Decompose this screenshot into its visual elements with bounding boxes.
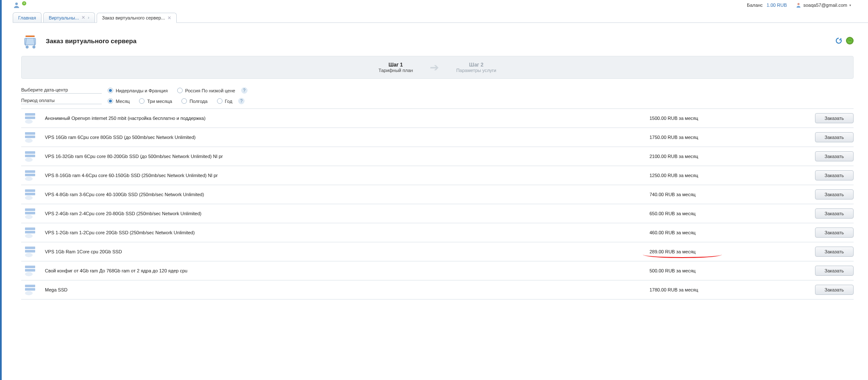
svg-rect-13 xyxy=(25,136,35,138)
datacenter-label: Выберите дата-центр xyxy=(21,87,102,94)
server-icon xyxy=(24,284,36,296)
svg-point-20 xyxy=(25,177,33,181)
period-option-0[interactable]: Месяц xyxy=(108,98,130,104)
plan-price: 1780.00 RUB за месяц xyxy=(650,287,747,292)
step-2: Шаг 2 Параметры услуги xyxy=(456,62,496,73)
svg-point-6 xyxy=(26,46,28,48)
period-label: Период оплаты xyxy=(21,98,102,104)
plan-price: 740.00 RUB за месяц xyxy=(650,192,747,197)
period-option-2[interactable]: Полгода xyxy=(181,98,207,104)
radio-dot-icon xyxy=(177,88,183,93)
step-1-title: Шаг 1 xyxy=(378,62,413,68)
radio-dot-icon xyxy=(139,98,145,104)
datacenter-option-0[interactable]: Нидерланды и Франция xyxy=(108,88,168,93)
period-radio-group: МесяцТри месяцаПолгодаГод xyxy=(108,98,232,104)
svg-point-1 xyxy=(797,3,799,5)
plan-row: VPS 16-32Gb ram 6Cpu core 80-200Gb SSD (… xyxy=(21,147,854,166)
plan-name: VPS 2-4Gb ram 2-4Cpu core 20-80Gb SSD (2… xyxy=(45,211,650,216)
plan-price: 460.00 RUB за месяц xyxy=(650,230,747,235)
balance-value[interactable]: 1.00 RUB xyxy=(767,3,787,8)
svg-point-35 xyxy=(25,272,33,276)
server-icon xyxy=(24,227,36,239)
highlight-underline xyxy=(643,254,722,258)
plan-list: Анонимный Openvpn internet 250 mbit (нас… xyxy=(21,108,854,300)
order-button[interactable]: Заказать xyxy=(815,170,854,180)
plan-row: VPS 4-8Gb ram 3-6Cpu core 40-100Gb SSD (… xyxy=(21,185,854,204)
tab-0[interactable]: Главная xyxy=(13,12,42,22)
order-button[interactable]: Заказать xyxy=(815,208,854,219)
server-icon xyxy=(24,246,36,258)
tab-1[interactable]: Виртуальны...✕› xyxy=(43,12,95,22)
svg-rect-5 xyxy=(25,36,35,37)
step-1: Шаг 1 Тарифный план xyxy=(378,62,413,73)
plan-name: VPS 1Gb Ram 1Core cpu 20Gb SSD xyxy=(45,249,650,254)
order-button[interactable]: Заказать xyxy=(815,151,854,161)
tab-label: Главная xyxy=(18,15,36,20)
server-icon xyxy=(24,150,36,162)
svg-rect-16 xyxy=(25,155,35,157)
svg-point-23 xyxy=(25,196,33,200)
step-2-title: Шаг 2 xyxy=(456,62,496,68)
svg-point-17 xyxy=(25,158,33,162)
period-option-1[interactable]: Три месяца xyxy=(139,98,172,104)
plan-price: 2100.00 RUB за месяц xyxy=(650,154,747,159)
order-button[interactable]: Заказать xyxy=(815,189,854,200)
order-button[interactable]: Заказать xyxy=(815,247,854,257)
wizard-steps: Шаг 1 Тарифный план ➔ Шаг 2 Параметры ус… xyxy=(21,56,854,79)
cart-icon xyxy=(21,31,40,50)
order-button[interactable]: Заказать xyxy=(815,285,854,295)
refresh-button[interactable] xyxy=(835,37,843,44)
server-icon xyxy=(24,208,36,219)
period-option-3[interactable]: Год xyxy=(217,98,233,104)
datacenter-option-1[interactable]: Россия По низкой цене xyxy=(177,88,235,93)
svg-rect-18 xyxy=(25,170,35,173)
globe-icon[interactable] xyxy=(846,37,854,44)
server-icon xyxy=(24,265,36,277)
plan-row: Свой конфиг от 4Gb ram До 768Gb ram от 2… xyxy=(21,261,854,280)
order-button[interactable]: Заказать xyxy=(815,113,854,123)
radio-label: Три месяца xyxy=(147,99,172,104)
svg-rect-33 xyxy=(25,266,35,268)
radio-label: Россия По низкой цене xyxy=(185,88,235,93)
svg-rect-15 xyxy=(25,151,35,154)
close-icon[interactable]: ✕ xyxy=(81,15,85,20)
help-icon[interactable]: ? xyxy=(238,98,245,104)
radio-dot-icon xyxy=(108,98,113,104)
user-badge-icon[interactable] xyxy=(13,1,20,9)
order-button[interactable]: Заказать xyxy=(815,266,854,276)
user-menu[interactable]: soaqa57@gmail.com ▾ xyxy=(796,2,851,8)
plan-price: 650.00 RUB за месяц xyxy=(650,211,747,216)
svg-rect-22 xyxy=(25,193,35,195)
step-arrow-icon: ➔ xyxy=(430,61,439,74)
step-2-subtitle: Параметры услуги xyxy=(456,68,496,73)
chevron-right-icon: › xyxy=(88,15,89,20)
server-icon xyxy=(24,131,36,143)
server-icon xyxy=(24,112,36,124)
datacenter-radio-group: Нидерланды и ФранцияРоссия По низкой цен… xyxy=(108,88,235,93)
balance-label: Баланс xyxy=(747,3,762,8)
plan-price: 1500.00 RUB за месяц xyxy=(650,116,747,121)
svg-rect-25 xyxy=(25,212,35,214)
svg-rect-9 xyxy=(25,113,35,116)
add-user-badge-icon[interactable]: + xyxy=(22,1,26,6)
plan-price: 1750.00 RUB за месяц xyxy=(650,135,747,140)
caret-down-icon: ▾ xyxy=(849,3,851,7)
plan-row: Mega SSD1780.00 RUB за месяцЗаказать xyxy=(21,280,854,300)
plan-price: 500.00 RUB за месяц xyxy=(650,268,747,273)
plan-name: VPS 16Gb ram 6Cpu core 80Gb SSD (до 500m… xyxy=(45,135,650,140)
order-button[interactable]: Заказать xyxy=(815,227,854,238)
close-icon[interactable]: ✕ xyxy=(167,15,171,21)
order-button[interactable]: Заказать xyxy=(815,132,854,142)
plan-name: Свой конфиг от 4Gb ram До 768Gb ram от 2… xyxy=(45,268,650,273)
svg-rect-19 xyxy=(25,174,35,176)
help-icon[interactable]: ? xyxy=(241,87,248,94)
plan-name: VPS 8-16Gb ram 4-6Cpu core 60-150Gb SSD … xyxy=(45,173,650,178)
tab-label: Виртуальны... xyxy=(49,15,79,20)
tab-2[interactable]: Заказ виртуального сервер...✕ xyxy=(97,13,177,23)
radio-dot-icon xyxy=(181,98,187,104)
plan-row: VPS 2-4Gb ram 2-4Cpu core 20-80Gb SSD (2… xyxy=(21,204,854,223)
plan-name: Анонимный Openvpn internet 250 mbit (нас… xyxy=(45,116,650,121)
radio-dot-icon xyxy=(108,88,113,93)
server-icon xyxy=(24,169,36,181)
left-blue-edge xyxy=(0,0,2,316)
